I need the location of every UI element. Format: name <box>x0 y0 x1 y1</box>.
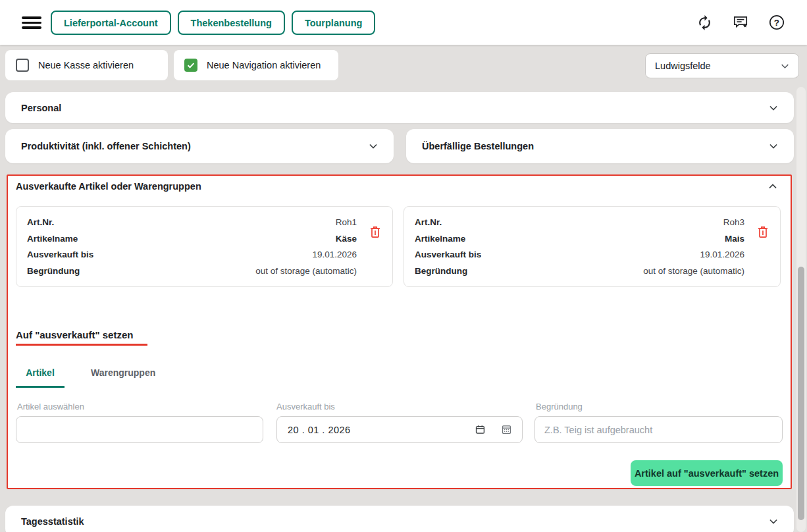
accordion-tagesstatistik[interactable]: Tagesstatistik <box>5 506 794 532</box>
calendar-grid-icon[interactable] <box>500 423 513 436</box>
new-navigation-checkbox[interactable] <box>184 59 197 72</box>
chevron-up-icon[interactable] <box>767 180 779 195</box>
thekenbestellung-button[interactable]: Thekenbestellung <box>178 11 285 35</box>
ausverkauft-bis-row: Ausverkauft bis 19.01.2026 <box>415 247 744 263</box>
header-nav: Lieferportal-Account Thekenbestellung To… <box>51 11 375 35</box>
artikel-auswaehlen-input[interactable] <box>16 416 263 443</box>
help-icon[interactable]: ? <box>768 14 785 31</box>
set-soldout-tabs: Artikel Warengruppen <box>16 362 155 388</box>
accordion-personal[interactable]: Personal <box>5 92 794 123</box>
chevron-down-icon[interactable] <box>768 140 779 152</box>
location-select[interactable]: Ludwigsfelde <box>645 53 799 78</box>
delete-trash-icon[interactable] <box>367 224 383 279</box>
new-register-toggle-card[interactable]: Neue Kasse aktivieren <box>5 50 168 80</box>
chevron-down-icon[interactable] <box>768 102 779 114</box>
begruendung-input[interactable] <box>534 416 783 443</box>
new-register-label: Neue Kasse aktivieren <box>38 60 134 70</box>
new-navigation-toggle-card[interactable]: Neue Navigation aktivieren <box>174 50 338 80</box>
set-soldout-heading: Auf "ausverkauft" setzen <box>16 329 133 340</box>
tab-warengruppen[interactable]: Warengruppen <box>91 362 155 388</box>
chevron-down-icon[interactable] <box>367 140 379 152</box>
ausverkauft-bis-label: Ausverkauft bis <box>276 402 335 412</box>
ausverkauft-bis-row: Ausverkauft bis 19.01.2026 <box>27 247 357 263</box>
artikel-auswaehlen-label: Artikel auswählen <box>17 402 84 412</box>
begruendung-row: Begründung out of storage (automatic) <box>415 263 744 280</box>
soldout-item-card: Art.Nr. Roh1 Artikelname Käse Ausverkauf… <box>16 206 393 287</box>
art-nr-row: Art.Nr. Roh3 <box>415 215 744 231</box>
svg-text:?: ? <box>774 18 779 28</box>
artikelname-row: Artikelname Mais <box>415 231 744 248</box>
begruendung-row: Begründung out of storage (automatic) <box>27 263 357 280</box>
red-underline <box>16 344 147 346</box>
tab-artikel[interactable]: Artikel <box>16 362 65 388</box>
soldout-section-title: Ausverkaufte Artikel oder Warengruppen <box>16 181 201 192</box>
header-icons: ? <box>696 14 785 31</box>
soldout-item-card: Art.Nr. Roh3 Artikelname Mais Ausverkauf… <box>404 206 781 287</box>
begruendung-label: Begründung <box>536 402 583 412</box>
location-select-value: Ludwigsfelde <box>655 61 711 71</box>
tourplanung-button[interactable]: Tourplanung <box>292 11 376 35</box>
date-value: 20 . 01 . 2026 <box>288 425 474 435</box>
lieferportal-account-button[interactable]: Lieferportal-Account <box>51 11 171 35</box>
accordion-ueberfaellige-title: Überfällige Bestellungen <box>422 141 534 151</box>
feedback-icon[interactable] <box>732 14 749 31</box>
menu-icon[interactable] <box>22 16 41 29</box>
ausverkauft-bis-date-input[interactable]: 20 . 01 . 2026 <box>276 416 523 443</box>
accordion-produktivitaet[interactable]: Produktivität (inkl. offener Schichten) <box>5 129 394 163</box>
soldout-section: Ausverkaufte Artikel oder Warengruppen A… <box>7 174 792 489</box>
art-nr-row: Art.Nr. Roh1 <box>27 215 357 231</box>
accordion-ueberfaellige-bestellungen[interactable]: Überfällige Bestellungen <box>406 129 794 163</box>
scrollbar-thumb[interactable] <box>798 267 804 520</box>
set-soldout-submit-button[interactable]: Artikel auf "ausverkauft" setzen <box>631 460 783 486</box>
accordion-tagesstatistik-title: Tagesstatistik <box>21 516 84 527</box>
chevron-down-icon[interactable] <box>768 516 779 527</box>
app-header: Lieferportal-Account Thekenbestellung To… <box>0 0 807 45</box>
calendar-icon[interactable] <box>474 423 486 436</box>
new-navigation-label: Neue Navigation aktivieren <box>207 60 321 70</box>
delete-trash-icon[interactable] <box>755 224 771 279</box>
artikelname-row: Artikelname Käse <box>27 231 357 248</box>
accordion-personal-title: Personal <box>21 103 61 113</box>
chevron-down-icon <box>779 61 791 72</box>
accordion-produktivitaet-title: Produktivität (inkl. offener Schichten) <box>21 141 191 151</box>
new-register-checkbox[interactable] <box>16 59 29 72</box>
refresh-icon[interactable] <box>696 14 713 31</box>
